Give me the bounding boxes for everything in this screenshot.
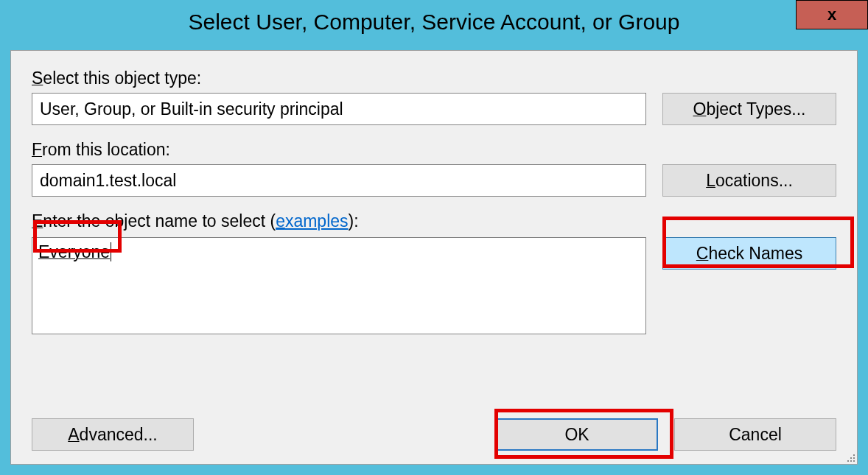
advanced-button[interactable]: Advanced... xyxy=(32,418,194,451)
resize-grip-icon[interactable] xyxy=(843,450,855,462)
dialog-body: Select this object type: User, Group, or… xyxy=(10,50,858,465)
close-button[interactable]: x xyxy=(796,0,868,29)
locations-button[interactable]: Locations... xyxy=(662,164,836,197)
dialog-window: Select User, Computer, Service Account, … xyxy=(0,0,868,475)
object-names-input[interactable]: Everyone xyxy=(32,237,646,334)
ok-button[interactable]: OK xyxy=(496,418,658,451)
location-label: From this location: xyxy=(32,140,836,160)
object-type-label: Select this object type: xyxy=(32,68,836,88)
location-field: domain1.test.local xyxy=(32,164,646,197)
examples-link[interactable]: examples xyxy=(276,211,348,231)
titlebar: Select User, Computer, Service Account, … xyxy=(0,0,868,44)
object-type-field: User, Group, or Built-in security princi… xyxy=(32,93,646,125)
check-names-button[interactable]: Check Names xyxy=(662,237,836,270)
object-types-button[interactable]: Object Types... xyxy=(662,93,836,125)
cancel-button[interactable]: Cancel xyxy=(674,418,836,451)
enter-names-label: Enter the object name to select (example… xyxy=(32,211,836,231)
close-icon: x xyxy=(827,7,836,23)
dialog-title: Select User, Computer, Service Account, … xyxy=(189,10,680,35)
resolved-object-name: Everyone xyxy=(38,242,110,261)
dialog-buttons: Advanced... OK Cancel xyxy=(32,418,836,451)
